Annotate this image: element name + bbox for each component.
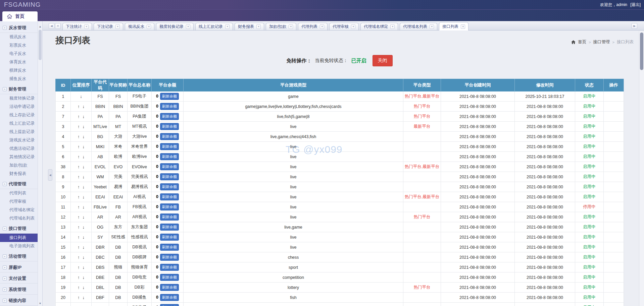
sort-down-icon[interactable]: ↓ — [83, 164, 85, 169]
sort-down-icon[interactable]: ↓ — [83, 174, 85, 179]
sort-up-icon[interactable]: ↑ — [78, 215, 80, 220]
tab[interactable]: 接口列表✕ — [439, 22, 468, 30]
sort-down-icon[interactable]: ↓ — [83, 124, 85, 129]
refresh-balance-button[interactable]: 刷新余额 — [160, 193, 179, 200]
chevron-up-icon[interactable]: ˄ — [3, 26, 7, 30]
tab[interactable]: 加款/扣款✕ — [266, 23, 296, 30]
sort-down-icon[interactable]: ↓ — [83, 104, 85, 109]
sort-up-icon[interactable]: ↑ — [78, 225, 80, 230]
sort-down-icon[interactable]: ↓ — [83, 144, 85, 149]
refresh-balance-button[interactable]: 刷新余额 — [160, 123, 179, 130]
refresh-balance-button[interactable]: 刷新余额 — [160, 93, 179, 100]
sidebar-section-header[interactable]: ˅活动管理 — [0, 250, 38, 261]
sidebar-section-header[interactable]: ˄财务管理 — [0, 83, 38, 94]
refresh-balance-button[interactable]: 刷新余额 — [160, 213, 179, 221]
sort-down-icon[interactable]: ↓ — [83, 184, 85, 189]
sort-up-icon[interactable]: ↑ — [78, 114, 80, 119]
sidebar-item[interactable]: 其他情况记录 — [0, 153, 38, 161]
sort-down-icon[interactable]: ↓ — [83, 194, 85, 199]
sidebar-item[interactable]: 线上汇款记录 — [0, 119, 38, 128]
breadcrumb-item[interactable]: 首页 — [578, 39, 586, 45]
sidebar-item[interactable]: 线上存款记录 — [0, 111, 38, 119]
refresh-balance-button[interactable]: 刷新余额 — [160, 203, 179, 210]
tab[interactable]: 额度转换记录✕ — [156, 23, 194, 30]
sidebar-section-header[interactable]: ˅链接内容 — [0, 295, 38, 306]
chevron-down-icon[interactable]: ˅ — [3, 277, 7, 281]
sort-down-icon[interactable]: ↓ — [83, 154, 85, 159]
sort-up-icon[interactable]: ↑ — [78, 144, 80, 149]
sidebar-scrollbar[interactable]: ▲ ▼ — [38, 21, 42, 306]
refresh-balance-button[interactable]: 刷新余额 — [160, 244, 179, 251]
free-transfer-close-button[interactable]: 关闭 — [373, 55, 393, 66]
home-tab[interactable]: 首页 — [2, 11, 38, 21]
tab-close-icon[interactable]: ✕ — [461, 24, 465, 29]
sidebar-item[interactable]: 加款/扣款 — [0, 161, 38, 170]
sidebar-section-header[interactable]: ˄代理管理 — [0, 178, 38, 189]
sort-up-icon[interactable]: ↑ — [78, 124, 80, 129]
chevron-down-icon[interactable]: ˅ — [3, 299, 7, 303]
sidebar-item[interactable]: 活动申请记录 — [0, 103, 38, 111]
tab[interactable]: 线上汇款记录✕ — [195, 23, 233, 30]
tab-close-icon[interactable]: ✕ — [84, 24, 89, 29]
tab-close-icon[interactable]: ✕ — [115, 24, 120, 29]
sidebar-section-header[interactable]: ˄接口管理 — [0, 223, 38, 234]
tab-close-all-button[interactable]: ✕ — [55, 23, 61, 29]
sidebar-section-header[interactable]: ˅系统管理 — [0, 284, 38, 295]
sort-up-icon[interactable]: ↑ — [78, 265, 80, 270]
breadcrumb-item[interactable]: 接口管理 — [593, 39, 610, 45]
tab[interactable]: 代理域名列表✕ — [400, 23, 437, 30]
tab-close-icon[interactable]: ✕ — [390, 24, 395, 29]
sidebar-section-header[interactable]: ˅支付设置 — [0, 272, 38, 284]
refresh-balance-button[interactable]: 刷新余额 — [160, 163, 179, 170]
sort-up-icon[interactable]: ↑ — [78, 164, 80, 169]
refresh-balance-button[interactable]: 刷新余额 — [160, 143, 179, 150]
tab-scroll-right-button[interactable]: ▶ — [632, 23, 637, 29]
sort-down-icon[interactable]: ↓ — [83, 245, 85, 250]
refresh-balance-button[interactable]: 刷新余额 — [160, 224, 179, 231]
sidebar-item[interactable]: 彩票反水 — [0, 41, 38, 50]
sidebar-scroll-thumb[interactable] — [39, 30, 42, 60]
sort-up-icon[interactable]: ↑ — [78, 255, 80, 260]
sidebar-item[interactable]: 棋牌反水 — [0, 66, 38, 75]
tab[interactable]: 视讯反水✕ — [125, 23, 154, 30]
tab[interactable]: 下注记录✕ — [94, 23, 123, 30]
chevron-down-icon[interactable]: ˅ — [3, 288, 7, 292]
sort-down-icon[interactable]: ↓ — [83, 285, 85, 290]
sidebar-item[interactable]: 代理审核 — [0, 197, 38, 206]
sidebar-section-header[interactable]: ˅屏蔽IP — [0, 261, 38, 272]
sort-down-icon[interactable]: ↓ — [83, 265, 85, 270]
refresh-balance-button[interactable]: 刷新余额 — [160, 254, 179, 261]
tab-close-icon[interactable]: ✕ — [147, 24, 151, 29]
sort-up-icon[interactable]: ↑ — [78, 104, 80, 109]
refresh-balance-button[interactable]: 刷新余额 — [160, 294, 179, 301]
sort-down-icon[interactable]: ↓ — [83, 275, 85, 280]
refresh-balance-button[interactable]: 刷新余额 — [160, 264, 179, 271]
refresh-balance-button[interactable]: 刷新余额 — [160, 183, 179, 190]
sort-up-icon[interactable]: ↑ — [78, 295, 80, 300]
content-scrollbar[interactable] — [639, 30, 644, 306]
sort-down-icon[interactable]: ↓ — [83, 295, 85, 300]
sort-up-icon[interactable]: ↑ — [78, 245, 80, 250]
sidebar-item[interactable]: 额度转换记录 — [0, 94, 38, 103]
tab[interactable]: 代理列表✕ — [298, 23, 328, 30]
sort-down-icon[interactable]: ↓ — [80, 94, 82, 99]
sidebar-item[interactable]: 代理域名列表 — [0, 214, 38, 223]
refresh-balance-button[interactable]: 刷新余额 — [160, 153, 179, 160]
tab[interactable]: 代理域名绑定✕ — [360, 23, 398, 30]
refresh-balance-button[interactable]: 刷新余额 — [160, 274, 179, 281]
sort-up-icon[interactable]: ↑ — [78, 275, 80, 280]
tab-close-icon[interactable]: ✕ — [289, 24, 293, 29]
sidebar-item[interactable]: 游戏反水记录 — [0, 136, 38, 144]
sidebar-item[interactable]: 代理列表 — [0, 189, 38, 197]
chevron-up-icon[interactable]: ˄ — [3, 87, 7, 91]
sort-down-icon[interactable]: ↓ — [83, 134, 85, 139]
sidebar-item[interactable]: 接口列表 — [0, 234, 38, 242]
sort-down-icon[interactable]: ↓ — [83, 225, 85, 230]
sidebar-item[interactable]: 代理域名绑定 — [0, 206, 38, 214]
sidebar-item[interactable]: 优惠活动记录 — [0, 144, 38, 153]
sidebar-item[interactable]: 视讯反水 — [0, 33, 38, 41]
sidebar-item[interactable]: 线上提款记录 — [0, 128, 38, 136]
sidebar-collapse-handle[interactable]: ◀ — [48, 169, 52, 181]
sort-down-icon[interactable]: ↓ — [83, 215, 85, 220]
sidebar-item[interactable]: 捕鱼反水 — [0, 75, 38, 83]
